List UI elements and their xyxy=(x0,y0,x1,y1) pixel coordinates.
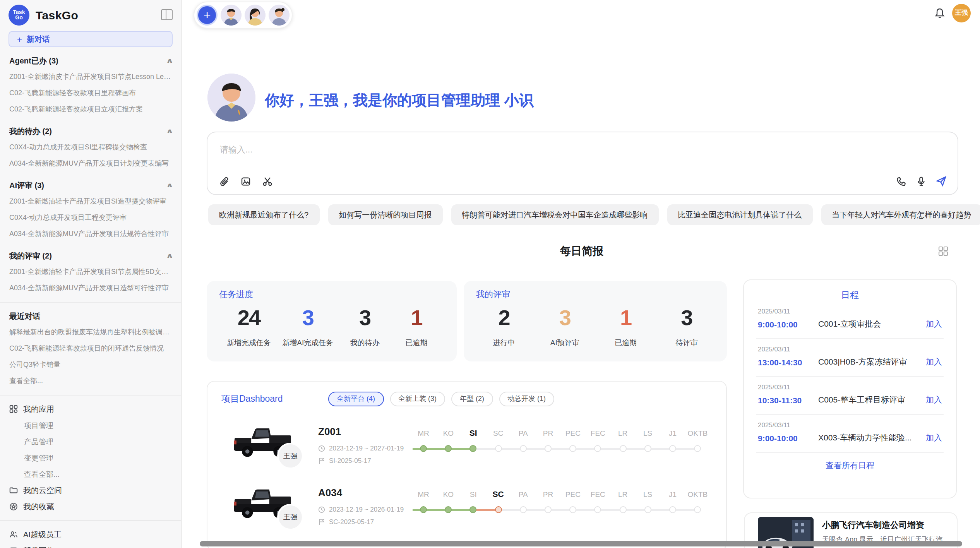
agent-avatar-2[interactable] xyxy=(245,5,266,26)
milestone-label: LR xyxy=(618,490,627,498)
sidebar-section-header[interactable]: 我的评审 (2)∧ xyxy=(0,248,181,264)
view-all-schedule-link[interactable]: 查看所有日程 xyxy=(744,461,956,471)
schedule-event-title: C003|H0B-方案冻结评审 xyxy=(818,357,926,368)
sidebar-item-cloud-space[interactable]: 我的云空间 xyxy=(0,482,181,498)
app-menu-item[interactable]: 变更管理 xyxy=(0,450,181,466)
milestone-dot[interactable] xyxy=(619,445,626,452)
milestone-dot[interactable] xyxy=(694,506,701,513)
sidebar-collapse-icon[interactable] xyxy=(161,9,173,20)
sidebar-item[interactable]: Z001-全新燃油轻卡产品开发项目SI节点属性5D文件评审 xyxy=(0,264,181,280)
milestone-dot[interactable] xyxy=(545,445,552,452)
sidebar-section-header[interactable]: Agent已办 (3)∧ xyxy=(0,53,181,69)
notification-bell-icon[interactable] xyxy=(934,8,945,19)
sidebar-item-favorites[interactable]: 我的收藏 xyxy=(0,498,181,515)
sidebar-item[interactable]: C0X4-动力总成开发项目SI里程碑提交物检查 xyxy=(0,139,181,156)
join-link[interactable]: 加入 xyxy=(926,433,942,444)
milestone-dot[interactable] xyxy=(669,445,676,452)
agent-avatar-1[interactable] xyxy=(221,5,242,26)
dashboard-tab[interactable]: 全新平台 (4) xyxy=(328,391,384,406)
recent-conversation-item[interactable]: 解释最新出台的欧盟报废车法规再生塑料比例被调至15%... xyxy=(0,324,181,341)
add-agent-button[interactable]: + xyxy=(197,5,218,26)
milestone-dot[interactable] xyxy=(445,506,452,513)
milestone-dot[interactable] xyxy=(545,506,552,513)
sidebar-item[interactable]: Z001-全新燃油皮卡产品开发项目SI节点Lesson Learn报告 xyxy=(0,69,181,85)
suggestion-chip[interactable]: 特朗普可能对进口汽车增税会对中国车企造成哪些影响 xyxy=(451,204,658,225)
join-link[interactable]: 加入 xyxy=(926,357,942,368)
sidebar-section-header[interactable]: 我的待办 (2)∧ xyxy=(0,123,181,139)
chevron-up-icon[interactable]: ∧ xyxy=(166,128,173,135)
milestone-label: OKTB xyxy=(688,490,708,498)
sidebar-item-write-helper[interactable]: 帮我写作 xyxy=(0,543,181,548)
milestone-dot[interactable] xyxy=(445,445,452,452)
schedule-event-title: X003-车辆动力学性能验... xyxy=(818,433,926,444)
new-chat-button[interactable]: + 新对话 xyxy=(9,31,173,47)
app-menu-item[interactable]: 产品管理 xyxy=(0,433,181,450)
join-link[interactable]: 加入 xyxy=(926,395,942,406)
milestone-label: PR xyxy=(543,429,553,437)
milestone-dot[interactable] xyxy=(644,506,651,513)
dashboard-tab[interactable]: 年型 (2) xyxy=(451,391,493,406)
sidebar-item[interactable]: C02-飞腾新能源轻客改款项目里程碑画布 xyxy=(0,85,181,101)
suggestion-chip[interactable]: 欧洲新规最近颁布了什么? xyxy=(208,204,319,225)
milestone-dot[interactable] xyxy=(520,506,527,513)
milestone-dot[interactable] xyxy=(420,506,427,513)
milestone-label: PEC xyxy=(565,490,581,498)
join-link[interactable]: 加入 xyxy=(926,319,942,330)
horizontal-scrollbar[interactable] xyxy=(200,541,962,546)
milestone-dot[interactable] xyxy=(569,506,576,513)
layout-grid-icon[interactable] xyxy=(938,246,948,256)
send-icon[interactable] xyxy=(936,176,947,187)
view-all-link[interactable]: 查看全部... xyxy=(0,466,181,482)
chevron-up-icon[interactable]: ∧ xyxy=(166,57,173,64)
milestone-dot[interactable] xyxy=(569,445,576,452)
milestone-dot[interactable] xyxy=(694,445,701,452)
milestone-dot[interactable] xyxy=(420,445,427,452)
user-avatar[interactable]: 王强 xyxy=(952,4,971,22)
suggestion-chip[interactable]: 如何写一份清晰的项目周报 xyxy=(328,204,442,225)
milestone-dot[interactable] xyxy=(669,506,676,513)
sidebar-item[interactable]: A034-全新新能源MUV产品开发项目造型可行性评审 xyxy=(0,280,181,296)
card-title: 任务进度 xyxy=(207,281,457,300)
sidebar-item[interactable]: Z001-全新燃油轻卡产品开发项目SI造型提交物评审 xyxy=(0,194,181,210)
chat-input[interactable]: 请输入... xyxy=(207,132,958,195)
chevron-up-icon[interactable]: ∧ xyxy=(166,252,173,259)
recent-conversation-item[interactable]: 公司Q3轻卡销量 xyxy=(0,357,181,373)
milestone-dot[interactable] xyxy=(595,445,601,452)
owner-avatar: 王强 xyxy=(277,504,303,530)
milestone-dot[interactable] xyxy=(595,506,601,513)
agent-avatar-3[interactable] xyxy=(269,5,290,26)
sidebar-item[interactable]: C02-飞腾新能源轻客改款项目立项汇报方案 xyxy=(0,101,181,118)
stat-metric: 3新增AI完成任务 xyxy=(282,305,333,348)
project-code[interactable]: Z001 xyxy=(318,426,341,437)
milestone-dot[interactable] xyxy=(470,506,477,513)
sidebar-item-ai-staff[interactable]: AI超级员工 xyxy=(0,526,181,543)
project-dates: 2023-12-19 ~ 2026-01-19 xyxy=(318,505,404,513)
sidebar-item[interactable]: A034-全新新能源MUV产品开发项目计划变更表编写 xyxy=(0,156,181,172)
ai-staff-label: AI超级员工 xyxy=(23,529,62,540)
sidebar-item[interactable]: A034-全新新能源MUV产品开发项目法规符合性评审 xyxy=(0,226,181,242)
dashboard-tab[interactable]: 动总开发 (1) xyxy=(499,391,554,406)
chevron-up-icon[interactable]: ∧ xyxy=(166,182,173,189)
scissors-icon[interactable] xyxy=(262,176,272,187)
milestone-dot[interactable] xyxy=(495,506,502,513)
suggestion-chip[interactable]: 当下年轻人对汽车外观有怎样的喜好趋势 xyxy=(821,204,980,225)
mic-icon[interactable] xyxy=(917,176,926,186)
sidebar-item[interactable]: C0X4-动力总成开发项目工程变更评审 xyxy=(0,210,181,226)
milestone-dot[interactable] xyxy=(644,445,651,452)
milestone-dot[interactable] xyxy=(619,506,626,513)
phone-icon[interactable] xyxy=(896,176,906,186)
recent-conversation-item[interactable]: C02-飞腾新能源轻客改款项目的闭环通告反馈情况 xyxy=(0,341,181,357)
sidebar-item-my-apps[interactable]: 我的应用 xyxy=(0,401,181,417)
app-menu-item[interactable]: 项目管理 xyxy=(0,417,181,433)
milestone-dot[interactable] xyxy=(470,445,477,452)
attachment-icon[interactable] xyxy=(220,176,229,187)
milestone-dot[interactable] xyxy=(520,445,527,452)
suggestion-chip[interactable]: 比亚迪全固态电池计划具体说了什么 xyxy=(667,204,812,225)
dashboard-tab[interactable]: 全新上装 (3) xyxy=(390,391,445,406)
view-all-link[interactable]: 查看全部... xyxy=(0,373,181,389)
sidebar-section-header[interactable]: AI评审 (3)∧ xyxy=(0,177,181,194)
milestone-dot[interactable] xyxy=(495,445,502,452)
project-code[interactable]: A034 xyxy=(318,487,342,498)
image-icon[interactable] xyxy=(241,176,251,187)
milestone-label: FEC xyxy=(591,429,605,437)
